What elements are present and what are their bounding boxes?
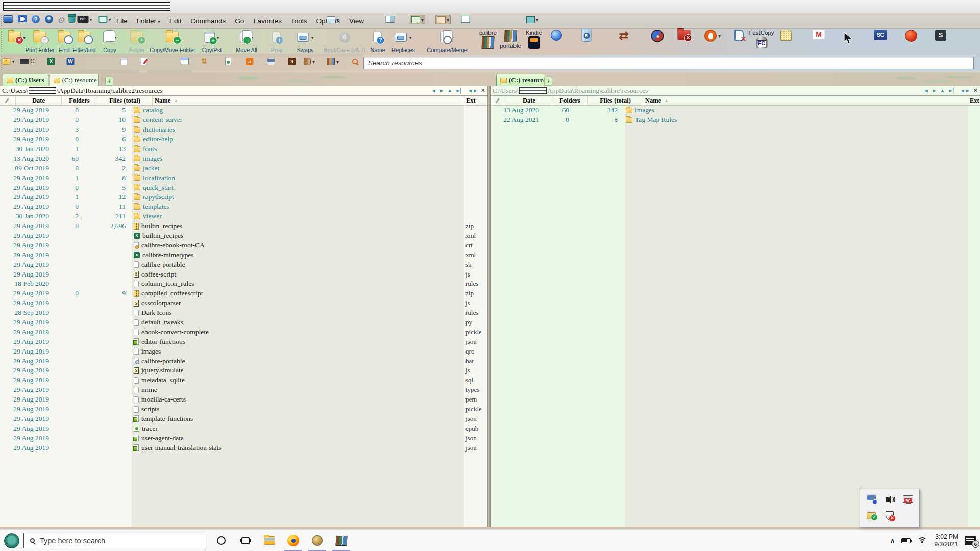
column-header-ext[interactable]: Ext	[968, 96, 980, 106]
menubar-tool-button[interactable]	[45, 15, 53, 23]
pane-nav-button[interactable]: ►	[932, 88, 937, 93]
table-row[interactable]: 29 Aug 2019 scripts pickle	[0, 405, 487, 414]
table-row[interactable]: 29 Aug 2019 jquery.simulate js	[0, 366, 487, 375]
wrench-icon[interactable]	[5, 98, 9, 104]
table-row[interactable]: 29 Aug 2019 builtin_recipes xml	[0, 231, 487, 241]
drive-bar-button[interactable]	[2, 58, 14, 65]
drive-bar-button[interactable]	[246, 58, 254, 65]
view-toggle-button[interactable]	[460, 15, 472, 24]
table-row[interactable]: 29 Aug 2019 0 5 quick_start	[0, 183, 487, 192]
toolbar-grip[interactable]	[1, 15, 3, 26]
new-tab-button[interactable]: +	[544, 77, 552, 86]
pane-nav-button[interactable]: ◄	[431, 88, 436, 93]
window-control-button[interactable]	[935, 0, 957, 13]
table-row[interactable]: 29 Aug 2019 default_tweaks py	[0, 318, 487, 328]
toolbar-button[interactable]: Copy/Move Folder	[150, 30, 195, 53]
app-launcher-button[interactable]	[874, 30, 887, 40]
taskbar-app-button[interactable]	[305, 530, 329, 551]
app-launcher-button[interactable]	[780, 30, 792, 41]
table-row[interactable]: 22 Aug 2021 0 8 Tag Map Rules	[491, 115, 980, 125]
menu-item[interactable]: View	[349, 17, 364, 25]
menubar-tool-button[interactable]	[18, 15, 27, 22]
menu-item[interactable]: Tools	[291, 17, 307, 25]
table-row[interactable]: 13 Aug 2020 60 342 images	[0, 154, 487, 163]
app-launcher-button[interactable]	[678, 30, 691, 40]
column-header-ext[interactable]: Ext	[464, 96, 487, 106]
taskbar-app-button[interactable]	[281, 530, 305, 551]
table-row[interactable]: 30 Jan 2020 1 13 fonts	[0, 144, 487, 154]
wifi-icon[interactable]	[917, 537, 927, 544]
pane-nav-button[interactable]: ◄	[924, 88, 929, 93]
menu-item[interactable]: Favorites	[253, 17, 282, 25]
table-row[interactable]: 29 Aug 2019 0 11 templates	[0, 202, 487, 212]
toolbar-button[interactable]: Cpy/Pst	[202, 30, 222, 53]
toolbar-button[interactable]: Replaces	[391, 30, 415, 53]
app-launcher-button[interactable]	[651, 30, 664, 42]
menubar-tool-button[interactable]	[98, 15, 111, 23]
menu-item[interactable]: Commands	[190, 17, 226, 25]
table-row[interactable]: 29 Aug 2019 mozilla-ca-certs pem	[0, 395, 487, 405]
pane-nav-button[interactable]: ►▏	[455, 88, 464, 93]
drive-bar-button[interactable]	[47, 58, 55, 65]
view-toggle-button[interactable]	[384, 15, 396, 24]
drive-bar-button[interactable]: C:	[20, 58, 36, 65]
toolbar-button[interactable]	[8, 30, 26, 53]
column-header-files[interactable]: Files (total)	[587, 96, 643, 106]
pane-nav-button[interactable]: ◄►	[468, 88, 478, 93]
table-row[interactable]: 29 Aug 2019 template-functions json	[0, 414, 487, 424]
menu-item[interactable]: File	[116, 17, 128, 25]
tray-popup-icon[interactable]	[867, 512, 876, 521]
column-header-name[interactable]: Name▲	[152, 96, 464, 106]
app-launcher-button[interactable]: FastCopy	[749, 30, 774, 48]
window-control-button[interactable]	[914, 0, 935, 13]
view-toggle-button[interactable]	[435, 15, 451, 24]
app-launcher-button[interactable]	[619, 30, 629, 42]
table-row[interactable]: 29 Aug 2019 tracer epub	[0, 423, 487, 433]
column-header-name[interactable]: Name▲	[643, 96, 968, 106]
menu-item[interactable]: Edit	[169, 17, 181, 25]
toolbar-button[interactable]: Folder	[129, 30, 144, 53]
new-tab-button[interactable]: +	[105, 77, 113, 86]
app-launcher-button[interactable]	[551, 30, 562, 41]
menu-item[interactable]: Go	[235, 17, 244, 25]
pane-nav-button[interactable]: ▲	[940, 88, 945, 93]
table-row[interactable]: 29 Aug 2019 calibre-mimetypes xml	[0, 250, 487, 260]
menubar-tool-button[interactable]	[57, 15, 64, 26]
drive-bar-button[interactable]	[201, 58, 208, 65]
tray-popup-icon[interactable]	[886, 511, 894, 522]
toolbar-button[interactable]: Copy	[103, 30, 116, 53]
drive-bar-button[interactable]	[327, 58, 339, 65]
toolbar-button[interactable]: Print Folder	[26, 30, 55, 53]
taskbar-app-button[interactable]	[233, 530, 257, 551]
table-row[interactable]: 13 Aug 2020 60 342 images	[491, 106, 980, 115]
taskbar-search[interactable]: Type here to search	[23, 533, 206, 548]
pane-nav-button[interactable]: ✕	[481, 87, 485, 94]
pane-nav-button[interactable]: ►▏	[948, 88, 957, 93]
folder-tab[interactable]: (C:) resource	[50, 74, 99, 86]
breadcrumb[interactable]: C:\Users\ AppData\Roaming\calibre\resour…	[491, 86, 980, 96]
table-row[interactable]: 29 Aug 2019 editor-functions json	[0, 337, 487, 346]
toolbar-button[interactable]: Prop	[271, 30, 282, 53]
menu-item[interactable]: Folder	[137, 17, 160, 25]
pane-nav-button[interactable]: ◄►	[960, 88, 970, 93]
drive-bar-button[interactable]	[288, 58, 296, 65]
table-row[interactable]: 29 Aug 2019 0 2,696 builtin_recipes zip	[0, 221, 487, 231]
tray-popup-icon[interactable]	[886, 496, 894, 504]
table-row[interactable]: 18 Feb 2020 column_icon_rules rules	[0, 279, 487, 289]
view-toggle-button[interactable]	[325, 15, 340, 24]
toolbar-button[interactable]: Move All	[236, 30, 257, 53]
taskbar-app-button[interactable]	[209, 530, 233, 551]
menubar-tool-button[interactable]	[32, 15, 40, 23]
table-row[interactable]: 29 Aug 2019 coffee-script js	[0, 269, 487, 279]
view-toggle-button[interactable]	[410, 15, 425, 24]
toolbar-button[interactable]: Compare/Merge	[427, 30, 467, 53]
toolbar-button[interactable]: Filter/find	[72, 30, 95, 53]
table-row[interactable]: 29 Aug 2019 images qrc	[0, 346, 487, 356]
app-launcher-button[interactable]	[704, 30, 721, 42]
table-row[interactable]: 29 Aug 2019 user-manual-translation-stat…	[0, 443, 487, 453]
column-header-date[interactable]: Date	[506, 96, 552, 106]
column-header-date[interactable]: Date	[15, 96, 61, 106]
drive-bar-button[interactable]	[225, 58, 231, 65]
pane-nav-button[interactable]: ►	[439, 88, 445, 93]
tray-popup-icon[interactable]	[867, 494, 876, 505]
